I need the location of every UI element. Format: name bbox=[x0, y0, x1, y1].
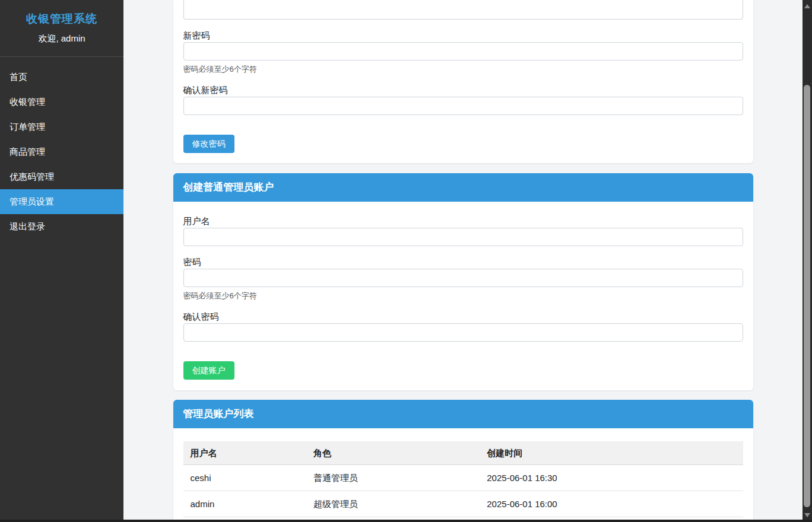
welcome-text: 欢迎, admin bbox=[6, 33, 118, 44]
confirm-password-label: 确认密码 bbox=[183, 310, 743, 323]
cell-role: 超级管理员 bbox=[306, 491, 480, 517]
scroll-down-icon[interactable] bbox=[804, 513, 810, 517]
cell-role: 普通管理员 bbox=[306, 465, 480, 491]
sidebar-header: 收银管理系统 欢迎, admin bbox=[0, 0, 123, 57]
password-help: 密码必须至少6个字符 bbox=[183, 291, 743, 301]
sidebar-item-home[interactable]: 首页 bbox=[0, 65, 123, 90]
cell-created-time: 2025-06-01 16:30 bbox=[480, 465, 743, 491]
sidebar-nav: 首页 收银管理 订单管理 商品管理 优惠码管理 管理员设置 退出登录 bbox=[0, 65, 123, 239]
table-header-row: 用户名 角色 创建时间 bbox=[183, 441, 743, 465]
scrollbar-thumb[interactable] bbox=[804, 85, 810, 507]
sidebar-item-orders[interactable]: 订单管理 bbox=[0, 114, 123, 139]
content-column: 新密码 密码必须至少6个字符 确认新密码 修改密码 创建普通管理员账户 用户名 … bbox=[173, 0, 753, 520]
app-title: 收银管理系统 bbox=[6, 11, 118, 27]
create-account-button[interactable]: 创建账户 bbox=[183, 361, 234, 380]
password-label: 密码 bbox=[183, 256, 743, 268]
sidebar: 收银管理系统 欢迎, admin 首页 收银管理 订单管理 商品管理 优惠码管理… bbox=[0, 0, 123, 520]
confirm-new-password-label: 确认新密码 bbox=[183, 84, 743, 96]
column-header-created-time: 创建时间 bbox=[480, 441, 743, 465]
window-bottom-edge bbox=[0, 520, 812, 522]
column-header-username: 用户名 bbox=[183, 441, 306, 465]
confirm-password-input[interactable] bbox=[183, 323, 743, 342]
scroll-up-icon[interactable] bbox=[804, 4, 810, 8]
change-password-card: 新密码 密码必须至少6个字符 确认新密码 修改密码 bbox=[173, 0, 753, 163]
password-input[interactable] bbox=[183, 269, 743, 287]
sidebar-item-cashier[interactable]: 收银管理 bbox=[0, 90, 123, 114]
new-password-help: 密码必须至少6个字符 bbox=[183, 64, 743, 74]
table-row: admin 超级管理员 2025-06-01 16:00 bbox=[183, 491, 743, 517]
username-label: 用户名 bbox=[183, 215, 743, 227]
table-row: ceshi 普通管理员 2025-06-01 16:30 bbox=[183, 465, 743, 491]
cell-created-time: 2025-06-01 16:00 bbox=[480, 491, 743, 517]
admin-list-card: 管理员账户列表 用户名 角色 创建时间 ceshi 普通管理员 bbox=[173, 400, 753, 520]
sidebar-item-coupons[interactable]: 优惠码管理 bbox=[0, 164, 123, 189]
cell-username: admin bbox=[183, 491, 306, 517]
new-password-input[interactable] bbox=[183, 42, 743, 61]
sidebar-item-logout[interactable]: 退出登录 bbox=[0, 214, 123, 239]
admin-list-card-title: 管理员账户列表 bbox=[173, 400, 753, 428]
cell-username: ceshi bbox=[183, 465, 306, 491]
column-header-role: 角色 bbox=[306, 441, 480, 465]
create-admin-card: 创建普通管理员账户 用户名 密码 密码必须至少6个字符 确认密码 创建账户 bbox=[173, 173, 753, 390]
admin-accounts-table: 用户名 角色 创建时间 ceshi 普通管理员 2025-06-01 16:30… bbox=[183, 441, 743, 517]
current-password-input[interactable] bbox=[183, 0, 743, 20]
vertical-scrollbar[interactable] bbox=[803, 0, 812, 522]
create-admin-card-title: 创建普通管理员账户 bbox=[173, 173, 753, 202]
new-password-label: 新密码 bbox=[183, 29, 743, 42]
main-area: 新密码 密码必须至少6个字符 确认新密码 修改密码 创建普通管理员账户 用户名 … bbox=[123, 0, 803, 520]
sidebar-item-products[interactable]: 商品管理 bbox=[0, 139, 123, 164]
confirm-new-password-input[interactable] bbox=[183, 97, 743, 115]
change-password-button[interactable]: 修改密码 bbox=[183, 135, 234, 153]
sidebar-item-admin-settings[interactable]: 管理员设置 bbox=[0, 189, 123, 214]
username-input[interactable] bbox=[183, 228, 743, 246]
